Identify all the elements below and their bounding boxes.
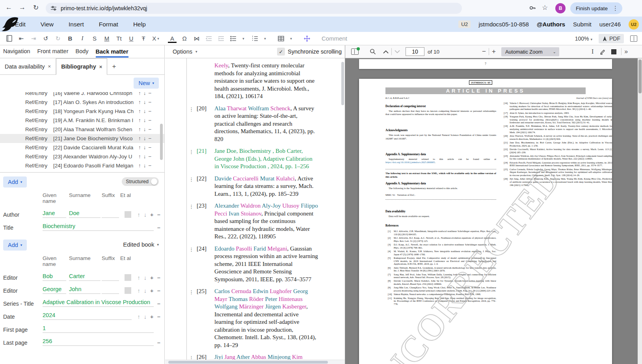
pdf-vertical-scrollbar[interactable] (638, 58, 642, 364)
pdf-sidebar-toggle-icon[interactable] (351, 48, 359, 55)
browser-forward-icon[interactable]: → (19, 4, 26, 11)
editor-given-field[interactable]: George (43, 286, 66, 294)
pdf-scroll-area[interactable]: 7 JSTMDOCS: 05 ARTICLE IN PRESS K.C.A, B… (345, 58, 642, 364)
drag-handle-icon[interactable]: ⋮ (189, 288, 194, 296)
remove-row-icon[interactable]: − (157, 212, 160, 218)
remove-icon[interactable]: − (149, 145, 152, 150)
go-first-icon[interactable]: ⇤ (17, 34, 26, 43)
move-up-icon[interactable]: ↑ (138, 145, 141, 150)
date-field[interactable]: 2024 (43, 312, 132, 320)
numbered-list-button[interactable] (251, 34, 259, 43)
ref-entry-row[interactable]: Ref/Entry[19] A.M. Franklin N.E. Brinkma… (0, 116, 164, 125)
bullet-list-caret[interactable]: ▾ (238, 34, 247, 43)
remove-row-icon[interactable]: − (157, 301, 160, 307)
ref-entry-row[interactable]: Ref/Entry[17] Alan O. Sykes An introduct… (0, 98, 164, 107)
reference-entry[interactable]: ⋮[20]Alaa Tharwat Wolfram Schenck, A sur… (214, 105, 318, 143)
browser-reload-icon[interactable]: ↻ (33, 4, 39, 12)
bold-button[interactable]: B (66, 34, 74, 43)
reference-entry[interactable]: Keely, Twenty-first century molecular me… (214, 62, 318, 100)
doi-link[interactable]: https://doi.org/10.1016/j.jstmdocs.2025.… (385, 161, 435, 163)
ref-entry-row[interactable]: Ref/Entry[23] Alexander Waldron Aly-Joy … (0, 152, 164, 161)
bookmark-star-icon[interactable]: ☆ (542, 4, 548, 12)
new-entry-button[interactable]: New ▾ (134, 78, 159, 89)
reference-entry[interactable]: ⋮[26]Jiyi Jang Ather Abbas Minjeong Kim … (214, 353, 318, 360)
menu-view[interactable]: View (41, 21, 54, 28)
entry-type-dropdown[interactable]: Edited book ▾ (123, 241, 159, 248)
remove-row-icon[interactable]: − (157, 225, 160, 231)
remove-icon[interactable]: − (149, 92, 152, 96)
add-row-icon[interactable]: + (150, 288, 153, 294)
title-field[interactable]: Biochemistry (43, 223, 154, 231)
move-down-icon[interactable]: ↓ (143, 163, 146, 169)
move-down-icon[interactable]: ↓ (143, 108, 146, 114)
ref-entry-row[interactable]: Ref/Entry[20] Alaa Tharwat Wolfram Schen… (0, 125, 164, 134)
menu-format[interactable]: Format (99, 21, 118, 28)
submit-button[interactable]: Submit (573, 21, 592, 28)
add-row-icon[interactable]: + (150, 314, 153, 320)
last-page-field[interactable]: 256 (43, 338, 154, 346)
tab-data-availability[interactable]: Data availability × (0, 58, 56, 74)
move-down-icon[interactable]: ↓ (144, 314, 147, 320)
structured-toggle[interactable]: Structured (122, 177, 159, 186)
first-page-field[interactable]: 1 (43, 325, 154, 333)
move-up-icon[interactable]: ↑ (138, 275, 140, 281)
editor-suffix-field[interactable] (102, 292, 119, 294)
reference-entry[interactable]: ⋮[23]Alexander Waldron Aly-Joy Ulusoy Fi… (214, 202, 318, 241)
finish-update-button[interactable]: Finish update ⋮ (570, 2, 622, 14)
move-up-icon[interactable]: ↑ (138, 163, 141, 169)
remove-icon[interactable]: − (149, 154, 152, 160)
editor-etal-checkbox[interactable] (125, 287, 131, 294)
pdf-draw-pencil-icon[interactable] (600, 49, 606, 55)
move-anchor-icon[interactable] (303, 34, 311, 43)
add-tab-icon[interactable]: + (107, 58, 121, 74)
browser-menu-icon[interactable]: ⋮ (611, 5, 620, 12)
browser-back-icon[interactable]: ← (6, 4, 12, 11)
user-avatar[interactable]: U2 (629, 19, 639, 30)
menu-insert[interactable]: Insert (69, 21, 84, 28)
pdf-fill-color-swatch[interactable] (611, 49, 616, 54)
pdf-search-icon[interactable] (370, 48, 376, 55)
text-size-button[interactable]: Tt (115, 34, 123, 43)
pdf-page-number-input[interactable] (406, 47, 424, 56)
smallcaps-button[interactable]: M (102, 34, 111, 43)
remove-row-icon[interactable]: − (157, 340, 160, 346)
drag-handle-icon[interactable]: ⋮ (189, 176, 194, 184)
move-down-icon[interactable]: ↓ (143, 117, 146, 123)
strikethrough-s-button[interactable]: S (90, 34, 99, 43)
pdf-previous-page-icon[interactable] (383, 50, 389, 54)
move-up-icon[interactable]: ↑ (138, 136, 141, 141)
author-suffix-field[interactable] (102, 216, 119, 218)
browser-profile-avatar[interactable]: B (555, 3, 566, 13)
ref-entry-row[interactable]: Ref/Entry[21] Jane Doe Biochemistry Visc… (0, 134, 164, 143)
remove-icon[interactable]: − (149, 163, 152, 169)
panel-layout-icon[interactable] (630, 35, 637, 42)
series-title-field[interactable]: Adaptive Calibration in Viscose Producti… (43, 299, 154, 307)
author-etal-checkbox[interactable] (125, 211, 131, 218)
tab-back-matter[interactable]: Back matter (96, 48, 128, 58)
move-up-icon[interactable]: ↑ (138, 92, 141, 96)
add-field-button[interactable]: Add ▾ (3, 176, 27, 188)
ref-entry-row[interactable]: Ref/Entry[18] Yongeun Park Kyung Hwa Ch↑… (0, 107, 164, 116)
move-down-icon[interactable]: ↓ (144, 275, 147, 281)
reference-entry[interactable]: ⋮[22]Davide Cacciarelli Murat Kulahci, A… (214, 175, 318, 198)
italic-button[interactable]: I (78, 34, 87, 43)
numbered-list-caret[interactable]: ▾ (260, 34, 269, 43)
tab-front-matter[interactable]: Front matter (37, 48, 69, 55)
indent-decrease-icon[interactable] (205, 34, 213, 43)
pdf-zoom-in-icon[interactable]: + (492, 48, 496, 56)
move-up-icon[interactable]: ↑ (138, 212, 140, 218)
bullet-list-button[interactable] (229, 34, 238, 43)
passkey-icon[interactable] (529, 4, 536, 11)
pdf-more-tools-icon[interactable]: » (624, 48, 628, 55)
authors-link[interactable]: @Authors (537, 21, 565, 28)
move-up-icon[interactable]: ↑ (138, 108, 141, 114)
editor-surname-field[interactable]: John (69, 286, 100, 294)
remove-row-icon[interactable]: − (157, 314, 160, 320)
add-row-icon[interactable]: + (150, 212, 153, 218)
remove-icon[interactable]: − (149, 126, 152, 132)
references-scroll-area[interactable]: Keely, Twenty-first century molecular me… (165, 58, 345, 360)
editor-suffix-field[interactable] (102, 279, 119, 281)
reference-entry[interactable]: ⋮[25]Carlos Cernuda Edwin Lughofer Georg… (214, 288, 318, 349)
move-up-icon[interactable]: ↑ (138, 314, 140, 320)
ref-entry-row[interactable]: Ref/Entry[22] Davide Cacciarelli Murat K… (0, 143, 164, 152)
